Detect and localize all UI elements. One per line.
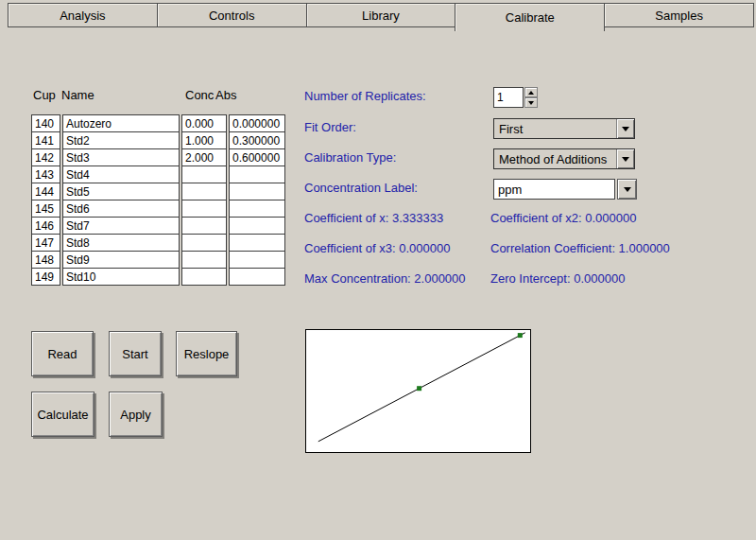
cell-conc[interactable] <box>181 234 227 252</box>
standards-table: 140Autozero0.0000.000000141Std21.0000.30… <box>31 114 285 286</box>
cell-abs[interactable] <box>229 200 285 218</box>
zero-intercept-value: Zero Intercept: 0.000000 <box>490 271 625 286</box>
read-button[interactable]: Read <box>31 331 94 376</box>
tab-analysis[interactable]: Analysis <box>8 3 158 27</box>
cell-conc[interactable] <box>181 217 227 235</box>
concentration-label-input[interactable]: ppm <box>493 179 615 200</box>
table-row: 143Std4 <box>31 165 285 183</box>
replicates-label: Number of Replicates: <box>304 89 426 103</box>
cell-abs[interactable] <box>229 183 285 200</box>
calibration-curve-svg <box>306 330 530 452</box>
table-row: 147Std8 <box>31 234 285 252</box>
column-header-conc: Conc <box>185 88 214 102</box>
calibration-chart <box>305 329 531 453</box>
cell-abs[interactable] <box>229 268 285 286</box>
cell-abs[interactable]: 0.000000 <box>229 114 285 132</box>
cell-abs[interactable]: 0.300000 <box>229 131 285 149</box>
cell-abs[interactable] <box>229 217 285 235</box>
replicates-input[interactable]: 1 <box>493 87 524 108</box>
cell-conc[interactable] <box>181 251 227 269</box>
cell-abs[interactable] <box>229 165 285 183</box>
calibrate-screen: AnalysisControlsLibraryCalibrateSamples … <box>0 0 756 540</box>
cell-cup[interactable]: 140 <box>31 114 60 132</box>
calibration-type-dropdown-button[interactable] <box>616 149 634 168</box>
data-point-marker <box>417 386 421 391</box>
cell-conc[interactable] <box>181 183 227 200</box>
reslope-button[interactable]: Reslope <box>176 331 237 376</box>
cell-conc[interactable] <box>181 200 227 218</box>
column-header-name: Name <box>61 88 94 102</box>
cell-name[interactable]: Autozero <box>62 114 180 132</box>
cell-cup[interactable]: 147 <box>31 234 60 252</box>
cell-abs[interactable]: 0.600000 <box>229 148 285 166</box>
spinner-down-icon <box>528 101 534 105</box>
replicates-spinner[interactable]: 1 <box>493 87 538 108</box>
table-row: 146Std7 <box>31 217 285 235</box>
coefficient-x3-value: Coefficient of x3: 0.000000 <box>304 241 450 255</box>
concentration-label-label: Concentration Label: <box>304 181 418 195</box>
cell-name[interactable]: Std5 <box>62 183 180 200</box>
dropdown-arrow-icon <box>624 187 631 192</box>
tab-calibrate[interactable]: Calibrate <box>455 3 605 31</box>
correlation-coefficient-value: Correlation Coefficient: 1.000000 <box>490 241 670 255</box>
cell-conc[interactable]: 0.000 <box>181 114 227 132</box>
tab-library[interactable]: Library <box>306 3 456 27</box>
coefficient-x2-value: Coefficient of x2: 0.000000 <box>490 211 636 225</box>
concentration-label-dropdown-button[interactable] <box>617 179 637 200</box>
column-header-cup: Cup <box>33 88 56 102</box>
table-row: 144Std5 <box>31 183 285 200</box>
table-row: 142Std32.0000.600000 <box>31 148 285 166</box>
apply-button[interactable]: Apply <box>109 392 163 437</box>
calibration-type-value: Method of Additions <box>494 152 616 166</box>
spinner-up-button[interactable] <box>524 87 538 97</box>
column-header-abs: Abs <box>215 88 236 102</box>
dropdown-arrow-icon <box>622 127 629 131</box>
fit-line <box>318 333 525 442</box>
calibration-type-dropdown[interactable]: Method of Additions <box>493 148 635 169</box>
cell-cup[interactable]: 142 <box>31 148 60 166</box>
dropdown-arrow-icon <box>622 157 629 162</box>
cell-conc[interactable]: 2.000 <box>181 148 227 166</box>
cell-name[interactable]: Std6 <box>62 200 180 218</box>
cell-name[interactable]: Std9 <box>62 251 180 269</box>
start-button[interactable]: Start <box>109 331 162 376</box>
cell-conc[interactable]: 1.000 <box>181 131 227 149</box>
cell-name[interactable]: Std8 <box>62 234 180 252</box>
cell-cup[interactable]: 148 <box>31 251 60 269</box>
fit-order-label: Fit Order: <box>304 120 356 134</box>
cell-abs[interactable] <box>229 251 285 269</box>
cell-name[interactable]: Std4 <box>62 165 180 183</box>
cell-abs[interactable] <box>229 234 285 252</box>
calculate-button[interactable]: Calculate <box>31 392 94 437</box>
cell-cup[interactable]: 146 <box>31 217 60 235</box>
cell-cup[interactable]: 145 <box>31 200 60 218</box>
data-point-marker <box>518 333 523 338</box>
calibration-type-label: Calibration Type: <box>304 150 396 165</box>
table-row: 149Std10 <box>31 268 285 286</box>
cell-cup[interactable]: 149 <box>31 268 60 286</box>
tab-controls[interactable]: Controls <box>157 3 307 27</box>
cell-name[interactable]: Std2 <box>62 131 180 149</box>
fit-order-dropdown-button[interactable] <box>616 119 634 138</box>
table-row: 141Std21.0000.300000 <box>31 131 285 149</box>
fit-order-dropdown[interactable]: First <box>493 118 635 139</box>
cell-cup[interactable]: 144 <box>31 183 60 200</box>
cell-name[interactable]: Std7 <box>62 217 180 235</box>
cell-conc[interactable] <box>181 268 227 286</box>
spinner-down-button[interactable] <box>524 97 538 108</box>
table-row: 140Autozero0.0000.000000 <box>31 114 285 132</box>
cell-cup[interactable]: 141 <box>31 131 60 149</box>
cell-cup[interactable]: 143 <box>31 165 60 183</box>
cell-name[interactable]: Std3 <box>62 148 180 166</box>
cell-conc[interactable] <box>181 165 227 183</box>
table-row: 148Std9 <box>31 251 285 269</box>
coefficient-x-value: Coefficient of x: 3.333333 <box>304 211 443 225</box>
max-concentration-value: Max Concentration: 2.000000 <box>304 271 466 286</box>
table-row: 145Std6 <box>31 200 285 218</box>
cell-name[interactable]: Std10 <box>62 268 180 286</box>
tab-samples[interactable]: Samples <box>604 3 754 27</box>
fit-order-value: First <box>494 122 616 136</box>
spinner-up-icon <box>528 91 534 95</box>
tab-bar: AnalysisControlsLibraryCalibrateSamples <box>8 3 753 27</box>
